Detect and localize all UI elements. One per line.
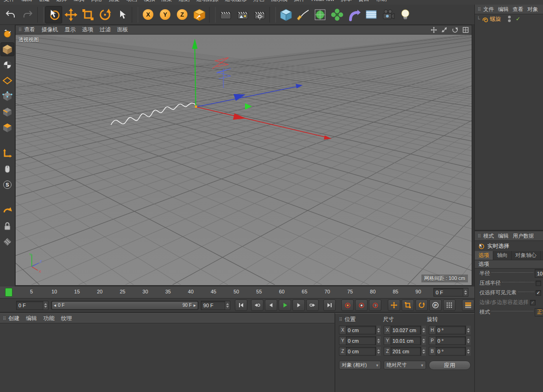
preview-range-slider[interactable]: ◂ 0 F 90 F ▸ [51, 301, 199, 310]
main-menu-11[interactable]: 运动跟踪 [196, 0, 218, 4]
main-menu-9[interactable]: 渲染 [161, 0, 172, 4]
position-z-field[interactable]: Z0 cm [339, 347, 381, 356]
polygons-mode-button[interactable] [0, 121, 14, 135]
rotate-view-icon[interactable] [452, 27, 458, 33]
frame-tick-3[interactable]: 15 [74, 289, 80, 294]
rotation-h-field[interactable]: H0 ° [429, 326, 471, 334]
viewport-menu-5[interactable]: 面板 [117, 26, 128, 34]
attribute-menu-0[interactable]: 模式 [483, 233, 494, 240]
snap-enable-button[interactable]: S [0, 178, 14, 192]
viewport-menu-4[interactable]: 过滤 [99, 26, 111, 34]
panel-grip-icon[interactable]: ⠿ [478, 7, 480, 12]
panel-grip-icon[interactable]: ⠿ [339, 317, 342, 322]
panel-grip-icon[interactable]: ⠿ [478, 234, 480, 239]
add-mograph-button[interactable] [328, 6, 345, 23]
viewport-canvas[interactable]: Y Z X 透视视图 网格间距 : 100 cm [16, 35, 472, 285]
live-selection-tool-button[interactable] [45, 6, 62, 23]
selection-mode-dropdown[interactable]: 正常 [535, 308, 543, 316]
tolerance-select-checkbox[interactable]: ✓ [530, 300, 536, 305]
material-menu-0[interactable]: 创建 [8, 315, 19, 322]
key-scale-toggle[interactable] [402, 299, 414, 311]
current-frame-marker[interactable] [5, 288, 12, 297]
frame-tick-1[interactable]: 5 [30, 289, 33, 294]
object-row-helix[interactable]: └ 螺旋 ✓ [475, 14, 543, 23]
render-view-button[interactable] [217, 6, 234, 23]
visibility-toggles[interactable] [508, 16, 511, 22]
main-menu-6[interactable]: 捕捉 [109, 0, 120, 4]
rotate-workplane-button[interactable] [0, 204, 14, 217]
play-button[interactable] [279, 299, 291, 311]
frame-tick-11[interactable]: 55 [256, 289, 262, 294]
attribute-menu-2[interactable]: 用户数据 [513, 233, 534, 240]
panel-grip-icon[interactable]: ⠿ [18, 27, 21, 32]
scale-tool-button[interactable] [79, 6, 96, 23]
main-menu-0[interactable]: 文件 [4, 0, 15, 4]
object-menu-2[interactable]: 查看 [513, 6, 523, 13]
attribute-menu-1[interactable]: 编辑 [498, 233, 508, 240]
texture-mode-button[interactable] [0, 58, 14, 72]
frame-tick-9[interactable]: 45 [210, 289, 216, 294]
keying-settings-button[interactable] [462, 299, 474, 311]
prev-frame-button[interactable] [265, 299, 277, 311]
rotate-tool-button[interactable] [96, 6, 113, 23]
pressure-radius-checkbox[interactable] [536, 281, 541, 286]
section-header[interactable]: 选项 [475, 260, 543, 269]
material-menu-3[interactable]: 纹理 [61, 315, 72, 322]
frame-tick-7[interactable]: 35 [165, 289, 171, 294]
add-environment-button[interactable] [362, 6, 380, 23]
spinner[interactable] [376, 326, 381, 334]
edges-mode-button[interactable] [0, 105, 14, 119]
main-menu-8[interactable]: 模拟 [144, 0, 155, 4]
main-menu-2[interactable]: 创建 [39, 0, 50, 4]
viewport-menu-1[interactable]: 摄像机 [41, 26, 58, 34]
undo-button[interactable] [2, 6, 19, 23]
coordinate-mode-dropdown[interactable]: 对象 (相对)▾ [339, 361, 381, 369]
size-y-field[interactable]: Y10.01 cm [384, 336, 426, 345]
record-keyframe-button[interactable] [341, 299, 354, 311]
main-menu-1[interactable]: 编辑 [21, 0, 32, 4]
viewport-menu-0[interactable]: 查看 [24, 26, 35, 34]
viewport-menu-3[interactable]: 选项 [82, 26, 93, 34]
position-y-field[interactable]: Y0 cm [339, 336, 381, 345]
spinner[interactable] [421, 326, 426, 334]
goto-end-button[interactable] [323, 299, 336, 311]
spinner[interactable] [466, 336, 471, 345]
frame-tick-18[interactable]: 90 [415, 289, 421, 294]
radius-field[interactable]: 10 [535, 269, 543, 278]
timeline-ruler[interactable]: 051015202530354045505560657075808590 0 F [0, 287, 474, 298]
model-mode-button[interactable] [0, 42, 14, 56]
render-to-picture-viewer-button[interactable] [234, 6, 251, 23]
editor-visibility-dot[interactable] [508, 16, 511, 18]
render-settings-button[interactable] [251, 6, 268, 23]
last-tool-button[interactable] [113, 6, 130, 23]
main-menu-7[interactable]: 动画 [126, 0, 137, 4]
main-menu-19[interactable]: 帮助 [376, 0, 387, 4]
main-menu-10[interactable]: 雕刻 [179, 0, 190, 4]
main-menu-5[interactable]: 网格 [91, 0, 102, 4]
object-tree-area[interactable] [475, 23, 543, 230]
object-menu-1[interactable]: 编辑 [498, 6, 508, 13]
frame-tick-6[interactable]: 30 [142, 289, 148, 294]
prev-key-button[interactable] [251, 299, 263, 311]
position-x-field[interactable]: X0 cm [339, 326, 381, 334]
material-menu-2[interactable]: 功能 [43, 315, 54, 322]
spinner[interactable] [376, 336, 381, 345]
start-frame-field[interactable]: 0 F [16, 301, 48, 310]
start-frame-spinner[interactable] [43, 301, 48, 310]
rotation-b-field[interactable]: B0 ° [429, 347, 471, 356]
main-menu-4[interactable]: 工具 [74, 0, 85, 4]
main-menu-17[interactable]: 脚本 [341, 0, 352, 4]
frame-tick-10[interactable]: 50 [234, 289, 239, 294]
x-axis-lock-button[interactable]: X [140, 6, 157, 23]
render-visibility-dot[interactable] [508, 19, 511, 22]
object-name[interactable]: 螺旋 [490, 15, 501, 23]
panel-grip-icon[interactable]: ⠿ [3, 316, 6, 321]
apply-button[interactable]: 应用 [429, 361, 471, 370]
add-deformer-button[interactable] [345, 6, 362, 23]
main-menu-12[interactable]: 运动图形 [225, 0, 247, 4]
main-menu-16[interactable]: RealFlow [311, 0, 334, 4]
main-menu-3[interactable]: 选择 [56, 0, 67, 4]
axis-mode-button[interactable] [0, 146, 14, 160]
spinner[interactable] [376, 347, 381, 356]
viewport-solo-button[interactable] [0, 162, 14, 176]
